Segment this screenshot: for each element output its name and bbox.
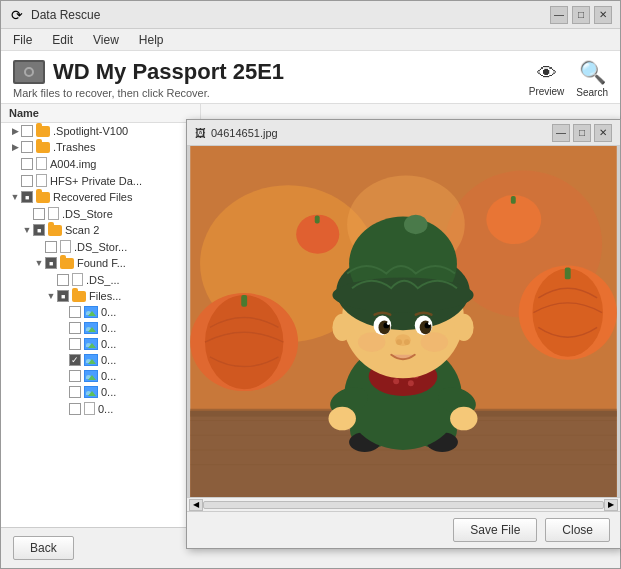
svg-point-42 [332, 277, 473, 312]
preview-bottom-bar: Save File Close [187, 511, 620, 548]
tree-item-label: A004.img [50, 158, 96, 170]
file-img-icon [84, 386, 98, 398]
menu-edit[interactable]: Edit [44, 31, 81, 49]
checkbox[interactable] [57, 290, 69, 302]
checkbox[interactable] [33, 208, 45, 220]
checkbox[interactable] [69, 338, 81, 350]
checkbox[interactable] [69, 403, 81, 415]
menu-bar: File Edit View Help [1, 29, 620, 51]
tree-item[interactable]: ▶ 0... [1, 304, 200, 320]
checkbox[interactable] [69, 306, 81, 318]
toggle-arrow: ▼ [9, 191, 21, 203]
tree-item[interactable]: ▶ 0... [1, 352, 200, 368]
preview-maximize-button[interactable]: □ [573, 124, 591, 142]
svg-point-8 [532, 269, 603, 357]
tree-item[interactable]: ▶ 0... [1, 320, 200, 336]
file-icon [36, 174, 47, 187]
checkbox[interactable] [69, 386, 81, 398]
tree-item[interactable]: ▶ .Spotlight-V100 [1, 123, 200, 139]
checkbox[interactable] [21, 141, 33, 153]
save-file-button[interactable]: Save File [453, 518, 537, 542]
title-bar-left: ⟳ Data Rescue [9, 7, 100, 23]
tree-item[interactable]: ▶ 0... [1, 400, 200, 417]
tree-item[interactable]: ▼ Files... [1, 288, 200, 304]
checkbox[interactable] [21, 191, 33, 203]
tree-item[interactable]: ▼ Recovered Files [1, 189, 200, 205]
header-actions: 👁 Preview 🔍 Search [529, 60, 608, 98]
checkbox[interactable] [45, 257, 57, 269]
checkbox[interactable] [69, 354, 81, 366]
folder-icon [36, 126, 50, 137]
menu-help[interactable]: Help [131, 31, 172, 49]
device-title-row: WD My Passport 25E1 [13, 59, 284, 85]
tree-item[interactable]: ▶ 0... [1, 368, 200, 384]
menu-file[interactable]: File [5, 31, 40, 49]
file-icon [36, 157, 47, 170]
device-title-area: WD My Passport 25E1 Mark files to recove… [13, 59, 284, 99]
tree-item[interactable]: ▶ HFS+ Private Da... [1, 172, 200, 189]
search-button[interactable]: 🔍 Search [576, 60, 608, 98]
preview-button[interactable]: 👁 Preview [529, 62, 565, 97]
svg-point-58 [454, 314, 474, 341]
menu-view[interactable]: View [85, 31, 127, 49]
file-tree-panel[interactable]: Name ▶ .Spotlight-V100 ▶ .Trashes ▶ A004… [1, 104, 201, 527]
maximize-button[interactable]: □ [572, 6, 590, 24]
file-img-icon [84, 338, 98, 350]
svg-point-37 [450, 407, 477, 431]
hd-icon-inner [24, 67, 34, 77]
scroll-right-button[interactable]: ▶ [604, 499, 618, 511]
scrollbar-track[interactable] [203, 501, 604, 509]
preview-close-button[interactable]: ✕ [594, 124, 612, 142]
preview-title-controls: — □ ✕ [552, 124, 612, 142]
file-icon [72, 273, 83, 286]
file-img-icon [84, 322, 98, 334]
tree-item-label: .DS_... [86, 274, 120, 286]
svg-rect-6 [241, 295, 247, 307]
preview-label: Preview [529, 86, 565, 97]
preview-minimize-button[interactable]: — [552, 124, 570, 142]
hd-icon [13, 60, 45, 84]
tree-item[interactable]: ▶ .DS_... [1, 271, 200, 288]
checkbox[interactable] [69, 322, 81, 334]
preview-file-icon: 🖼 [195, 127, 206, 139]
close-button[interactable]: ✕ [594, 6, 612, 24]
scroll-left-button[interactable]: ◀ [189, 499, 203, 511]
checkbox[interactable] [57, 274, 69, 286]
preview-content [187, 146, 620, 497]
checkbox[interactable] [21, 158, 33, 170]
svg-point-32 [393, 378, 399, 384]
tree-item[interactable]: ▶ .DS_Store [1, 205, 200, 222]
checkbox[interactable] [69, 370, 81, 382]
back-button[interactable]: Back [13, 536, 74, 560]
eye-icon: 👁 [537, 62, 557, 85]
svg-rect-11 [511, 196, 516, 204]
preview-close-btn[interactable]: Close [545, 518, 610, 542]
title-bar: ⟳ Data Rescue — □ ✕ [1, 1, 620, 29]
folder-icon [48, 225, 62, 236]
checkbox[interactable] [33, 224, 45, 236]
svg-point-53 [396, 339, 402, 345]
tree-item[interactable]: ▶ .Trashes [1, 139, 200, 155]
tree-item-label: 0... [98, 403, 113, 415]
folder-icon [60, 258, 74, 269]
minimize-button[interactable]: — [550, 6, 568, 24]
search-icon: 🔍 [579, 60, 606, 86]
checkbox[interactable] [21, 175, 33, 187]
preview-title-left: 🖼 04614651.jpg [195, 127, 278, 139]
tree-item[interactable]: ▶ 0... [1, 336, 200, 352]
checkbox[interactable] [21, 125, 33, 137]
tree-item-label: .Trashes [53, 141, 95, 153]
preview-scrollbar[interactable]: ◀ ▶ [187, 497, 620, 511]
tree-item[interactable]: ▶ A004.img [1, 155, 200, 172]
tree-item[interactable]: ▼ Found F... [1, 255, 200, 271]
tree-item-label: 0... [101, 306, 116, 318]
tree-item[interactable]: ▶ 0... [1, 384, 200, 400]
tree-item[interactable]: ▶ .DS_Stor... [1, 238, 200, 255]
checkbox[interactable] [45, 241, 57, 253]
tree-item[interactable]: ▼ Scan 2 [1, 222, 200, 238]
preview-filename: 04614651.jpg [211, 127, 278, 139]
device-instruction: Mark files to recover, then click Recove… [13, 87, 284, 99]
folder-icon [36, 192, 50, 203]
tree-header: Name [1, 104, 200, 123]
title-bar-controls: — □ ✕ [550, 6, 612, 24]
